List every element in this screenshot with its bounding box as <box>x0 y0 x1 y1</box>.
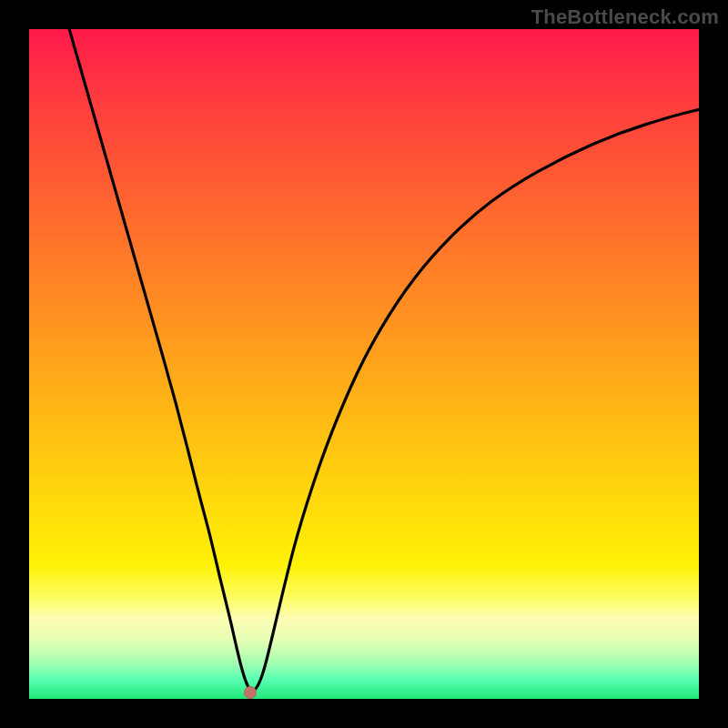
curve-path <box>69 29 699 691</box>
bottleneck-curve <box>29 29 699 699</box>
optimal-point-marker <box>244 686 257 699</box>
chart-frame: TheBottleneck.com <box>0 0 728 728</box>
chart-plot-area <box>29 29 699 699</box>
watermark-label: TheBottleneck.com <box>531 5 719 29</box>
